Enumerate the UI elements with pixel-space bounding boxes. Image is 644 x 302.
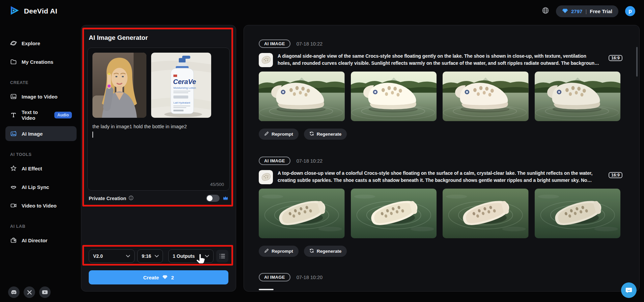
generation-controls: V2.0 9:16 1 Outputs [89,249,228,263]
sidebar-item-text-to-video[interactable]: Text to Video Audio [5,108,77,122]
ai-image-badge: AI IMAGE [259,157,290,165]
generated-image[interactable] [351,72,437,121]
sidebar-label: AI Image [22,131,43,137]
top-bar: DeeVid AI 2797 | Free Trial p [0,0,644,22]
model-select[interactable]: V2.0 [89,249,135,263]
generated-image[interactable] [259,72,345,121]
generated-image[interactable] [443,72,529,121]
prompt-thumbnail[interactable] [259,53,273,67]
sidebar-item-explore[interactable]: Explore [5,36,77,51]
reprompt-button[interactable]: Reprompt [259,246,299,257]
discord-icon[interactable] [8,286,20,298]
create-button[interactable]: Create 2 [89,270,228,284]
section-title-ai-tools: AI TOOLS [10,152,77,157]
credits-count: 2797 [571,8,582,14]
sidebar-label: AI Effect [22,166,42,171]
sidebar-item-ai-lip-sync[interactable]: AI Lip Sync [5,180,77,194]
generated-image[interactable] [443,189,529,238]
sidebar-item-image-to-video[interactable]: Image to Video [5,89,77,104]
language-globe-icon[interactable] [542,7,549,16]
queue-list-button[interactable] [216,250,228,263]
section-title-ai-lab: AI LAB [10,224,77,229]
support-chat-button[interactable] [621,282,637,298]
sidebar-item-ai-director[interactable]: AI Director [5,233,77,248]
model-value: V2.0 [93,253,103,259]
generated-image[interactable] [259,189,345,238]
chevron-down-icon [151,255,159,257]
planet-icon [10,40,17,47]
cost-diamond-icon [162,275,168,280]
sidebar-label: My Creations [22,59,53,65]
credits-pill[interactable]: 2797 | Free Trial [556,5,618,17]
diamond-icon [562,8,568,15]
sidebar-item-ai-image[interactable]: AI Image [5,126,77,141]
sidebar-item-my-creations[interactable]: My Creations [5,54,77,69]
chevron-down-icon [201,255,209,257]
generated-image[interactable] [535,189,621,238]
outputs-select[interactable]: 1 Outputs [168,249,214,263]
private-creation-toggle[interactable] [206,195,220,202]
youtube-icon[interactable] [39,286,51,298]
generation-history-panel[interactable]: AI IMAGE 07-18 10:22 A diagonal side-ang… [244,25,640,292]
sidebar-label: Image to Video [22,94,57,100]
refresh-icon [309,248,314,254]
regenerate-button[interactable]: Regenerate [304,129,347,140]
private-creation-label: Private Creation [89,196,126,201]
sidebar: Explore My Creations CREATE Image to Vid… [0,22,82,302]
ai-image-icon [10,130,17,137]
sidebar-label: Video to Video [22,203,57,209]
prompt-input[interactable]: the lady in image1 hold the bottle in im… [92,123,225,130]
upload-image-2[interactable] [151,53,211,118]
reprompt-label: Reprompt [272,249,293,254]
refresh-icon [309,131,314,137]
timestamp: 07-18 10:22 [297,41,323,47]
timestamp: 07-18 10:20 [297,275,323,280]
sidebar-item-video-to-video[interactable]: Video to Video [5,198,77,213]
reprompt-label: Reprompt [272,132,293,137]
reprompt-button[interactable]: Reprompt [259,129,299,140]
upload-image-1[interactable] [92,53,146,118]
prompt-thumbnail[interactable] [259,170,273,184]
brand-name: DeeVid AI [24,7,57,15]
sidebar-label: Text to Video [22,109,49,121]
regenerate-label: Regenerate [317,249,342,254]
generated-image[interactable] [351,189,437,238]
image-icon [10,93,17,100]
plan-label: Free Trial [590,8,612,14]
star-icon [10,165,17,172]
user-avatar[interactable]: p [625,6,635,16]
pencil-icon [264,131,269,137]
folder-icon [10,58,17,65]
lips-icon [10,184,17,190]
prompt-card[interactable]: the lady in image1 hold the bottle in im… [87,48,230,191]
generated-image[interactable] [535,72,621,121]
brand-logo[interactable]: DeeVid AI [9,5,57,18]
info-icon[interactable] [129,195,134,201]
aspect-ratio-badge: 16:9 [609,55,622,61]
section-title-create: CREATE [10,80,77,85]
create-label: Create [143,275,159,280]
create-cost: 2 [171,275,174,280]
x-twitter-icon[interactable] [24,286,35,298]
sidebar-label: AI Lip Sync [22,184,49,190]
panel-title: AI Image Generator [89,34,148,42]
ai-image-badge: AI IMAGE [259,273,290,281]
scrollbar-thumb[interactable] [636,47,638,77]
pencil-icon [264,248,269,254]
ai-image-generator-panel: AI Image Generator the lady in image1 ho… [81,25,236,292]
aspect-ratio-select[interactable]: 9:16 [137,249,163,263]
toggle-knob [207,195,213,201]
sidebar-item-ai-effect[interactable]: AI Effect [5,161,77,176]
premium-crown-icon [223,195,228,201]
regenerate-label: Regenerate [317,132,342,137]
credits-separator: | [585,8,587,14]
char-counter: 45/500 [210,182,224,187]
timestamp: 07-18 10:22 [297,158,323,164]
private-creation-row: Private Creation [89,195,228,202]
history-prompt-text: A top-down close-up view of a colorful C… [278,170,600,184]
text-icon [10,112,17,118]
partial-content-line [259,289,274,290]
aspect-value: 9:16 [142,253,151,259]
play-logo-icon [9,5,20,18]
regenerate-button[interactable]: Regenerate [304,246,347,257]
